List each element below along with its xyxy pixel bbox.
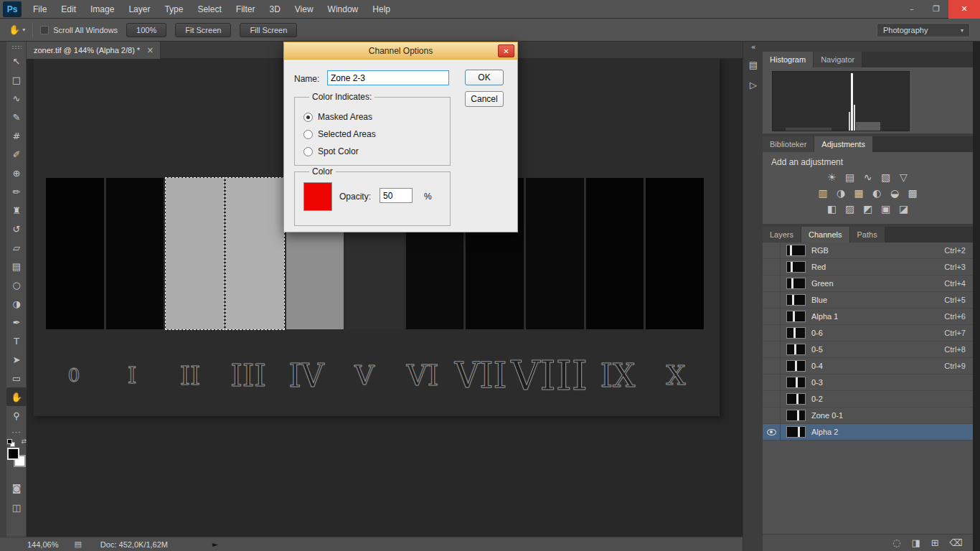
save-selection-icon[interactable]: ◨ [911,537,920,548]
lasso-tool[interactable]: ∿ [6,89,27,108]
actions-panel-icon[interactable]: ▷ [743,75,763,95]
brush-tool[interactable]: ✏ [6,182,27,201]
channel-name-input[interactable] [327,70,449,85]
visibility-toggle[interactable] [763,375,781,391]
color-balance-icon[interactable]: ◑ [834,187,847,199]
pen-tool[interactable]: ✒ [6,313,27,331]
foreground-color-swatch[interactable] [7,448,19,460]
gradient-map-icon[interactable]: ▣ [880,203,892,215]
clone-stamp-tool[interactable]: ♜ [6,201,27,220]
tab-navigator[interactable]: Navigator [814,52,862,67]
workspace-switcher[interactable]: Photography ▾ [877,23,970,37]
menu-edit[interactable]: Edit [54,0,83,19]
channel-row-0-2[interactable]: 0-2 [763,391,973,408]
dialog-close-button[interactable]: ✕ [498,44,514,57]
tab-biblioteker[interactable]: Biblioteker [763,136,814,152]
scroll-all-windows-checkbox[interactable] [40,26,49,34]
status-flyout-icon[interactable]: ► [212,540,218,548]
zoom-level-field[interactable]: 144,06% [27,540,58,549]
tab-channels[interactable]: Channels [801,227,849,242]
fill-screen-button[interactable]: Fill Screen [240,23,297,37]
panel-grip[interactable] [11,45,22,50]
menu-image[interactable]: Image [83,0,121,19]
visibility-toggle[interactable] [763,276,781,292]
rectangle-tool[interactable]: ▭ [6,369,27,387]
eraser-tool[interactable]: ▱ [6,238,27,257]
menu-window[interactable]: Window [321,0,366,19]
channel-row-red[interactable]: RedCtrl+3 [763,259,973,276]
visibility-toggle[interactable] [763,408,781,424]
channel-row-0-6[interactable]: 0-6Ctrl+7 [763,325,973,342]
crop-tool[interactable]: # [6,126,27,145]
tab-histogram[interactable]: Histogram [763,52,813,67]
screen-mode-button[interactable]: ◫ [6,502,27,513]
menu-filter[interactable]: Filter [229,0,263,19]
visibility-toggle[interactable] [763,342,781,358]
zone-strip-viii[interactable] [526,178,584,329]
restore-button[interactable]: ❐ [924,0,948,19]
invert-icon[interactable]: ◧ [826,203,839,215]
selective-color-icon[interactable]: ◪ [897,203,910,215]
radio-option-spot-color[interactable]: Spot Color [303,146,359,156]
menu-layer[interactable]: Layer [121,0,157,19]
edit-toolbar-button[interactable]: ··· [6,428,27,437]
channel-row-alpha-2[interactable]: Alpha 2 [763,424,973,441]
tab-paths[interactable]: Paths [850,227,885,242]
hue-saturation-icon[interactable]: ▥ [816,187,829,199]
visibility-toggle[interactable] [763,309,781,325]
document-tab[interactable]: zoner.tif @ 144% (Alpha 2/8) * × [27,42,161,59]
eyedropper-tool[interactable]: ✐ [6,145,27,164]
zone-strip-x[interactable] [646,178,704,329]
channel-row-green[interactable]: GreenCtrl+4 [763,276,973,292]
levels-icon[interactable]: ▤ [844,171,857,183]
rectangular-marquee-tool[interactable]: □ [6,70,27,89]
default-colors-icon[interactable] [7,439,12,444]
menu-view[interactable]: View [288,0,321,19]
history-brush-tool[interactable]: ↺ [6,220,27,238]
close-button[interactable]: ✕ [948,0,980,19]
spot-healing-brush-tool[interactable]: ⊕ [6,164,27,182]
delete-channel-icon[interactable]: ⌫ [950,537,963,548]
color-lookup-icon[interactable]: ▩ [906,187,919,199]
zone-strip-0[interactable] [46,178,104,329]
channel-row-0-3[interactable]: 0-3 [763,375,973,391]
type-tool[interactable]: T [6,331,27,350]
ok-button[interactable]: OK [465,70,504,85]
visibility-toggle[interactable] [763,292,781,309]
quick-mask-button[interactable]: ◙ [6,483,27,494]
zoom-tool[interactable]: ⚲ [6,406,27,425]
dialog-titlebar[interactable]: Channel Options ✕ [284,42,517,60]
swap-colors-icon[interactable]: ⇄ [21,438,27,445]
visibility-toggle[interactable] [763,242,781,259]
opacity-input[interactable] [380,188,413,203]
channel-mixer-icon[interactable]: ◒ [888,187,901,199]
gradient-tool[interactable]: ▤ [6,257,27,276]
menu-select[interactable]: Select [190,0,228,19]
vibrance-icon[interactable]: ▽ [897,171,910,183]
zone-strip-ii[interactable] [166,178,224,329]
blur-tool[interactable]: ○ [6,276,27,294]
histogram-panel-icon[interactable]: ▤ [743,55,763,75]
brightness-contrast-icon[interactable]: ☀ [826,171,839,183]
exposure-icon[interactable]: ▧ [880,171,892,183]
expand-panels-button[interactable]: « [743,42,763,55]
minimize-button[interactable]: – [900,0,924,19]
quick-selection-tool[interactable]: ✎ [6,108,27,126]
black-white-icon[interactable]: ▦ [852,187,865,199]
zone-strip-ix[interactable] [586,178,644,329]
zone-strip-i[interactable] [106,178,164,329]
visibility-toggle[interactable] [763,358,781,375]
posterize-icon[interactable]: ▨ [844,203,857,215]
menu-file[interactable]: File [26,0,54,19]
tool-preset-chip[interactable]: ✋ ▾ [9,24,25,35]
visibility-toggle[interactable] [763,325,781,342]
fit-screen-button[interactable]: Fit Screen [175,23,231,37]
menu-3d[interactable]: 3D [262,0,287,19]
new-channel-icon[interactable]: ⊞ [931,537,939,548]
channel-row-rgb[interactable]: RGBCtrl+2 [763,242,973,259]
cancel-button[interactable]: Cancel [465,91,504,107]
channel-row-blue[interactable]: BlueCtrl+5 [763,292,973,309]
visibility-toggle[interactable] [763,391,781,408]
move-tool[interactable]: ↖ [6,52,27,70]
threshold-icon[interactable]: ◩ [862,203,875,215]
